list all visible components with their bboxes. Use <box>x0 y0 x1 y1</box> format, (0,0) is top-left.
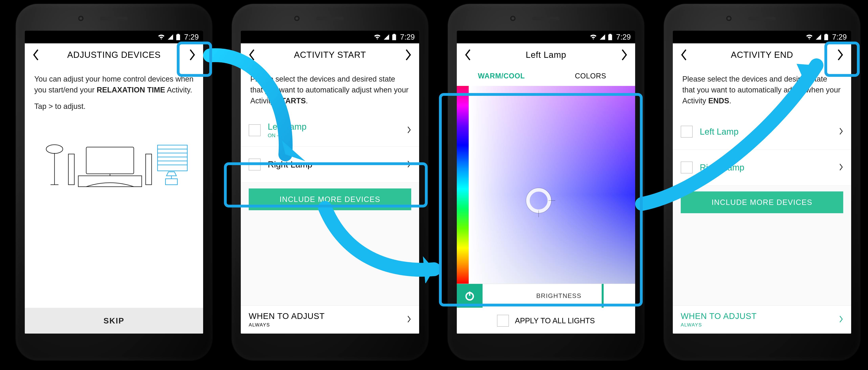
include-more-devices-button[interactable]: INCLUDE MORE DEVICES <box>249 189 411 210</box>
power-icon <box>464 290 475 301</box>
when-to-adjust-row[interactable]: WHEN TO ADJUST ALWAYS <box>673 305 851 334</box>
color-mode-tabs: WARM/COOL COLORS <box>457 66 635 86</box>
intro-bold: STARTS <box>276 97 306 105</box>
wta-sub: ALWAYS <box>249 322 406 328</box>
chevron-right-icon <box>188 49 196 61</box>
wta-sub: ALWAYS <box>681 322 838 328</box>
wifi-icon <box>374 34 381 40</box>
svg-rect-3 <box>86 147 134 174</box>
back-button[interactable] <box>675 45 693 64</box>
device-row-left-lamp[interactable]: Left Lamp ON – 80% <box>241 114 419 147</box>
device-row-right-lamp[interactable]: Right Lamp <box>673 150 851 186</box>
intro-bold: RELAXATION TIME <box>97 86 165 94</box>
screen-title: Left Lamp <box>477 50 614 60</box>
include-label: INCLUDE MORE DEVICES <box>712 198 812 207</box>
battery-icon <box>392 34 396 40</box>
tab-label: COLORS <box>575 72 606 80</box>
chevron-left-icon <box>680 49 688 61</box>
chevron-left-icon <box>248 49 256 61</box>
checkbox[interactable] <box>249 159 260 170</box>
checkbox[interactable] <box>249 124 260 136</box>
status-bar: 7:29 <box>673 31 851 43</box>
include-more-devices-button[interactable]: INCLUDE MORE DEVICES <box>681 192 843 213</box>
svg-rect-1 <box>68 154 74 185</box>
next-button[interactable] <box>614 45 633 64</box>
phone-1: 7:29 ADJUSTING DEVICES You can adjust yo… <box>16 4 212 360</box>
device-status: ON – 80% <box>268 132 406 139</box>
battery-icon <box>176 34 180 40</box>
chevron-right-icon <box>404 49 412 61</box>
intro-text: You can adjust your home control devices… <box>25 66 203 120</box>
signal-icon <box>599 34 606 40</box>
status-time: 7:29 <box>184 33 199 41</box>
svg-point-0 <box>46 145 63 154</box>
device-label: Right Lamp <box>700 163 838 172</box>
skip-label: SKIP <box>103 316 124 325</box>
intro-text: Please select the devices and desired st… <box>241 66 419 114</box>
apply-label: APPLY TO ALL LIGHTS <box>515 316 595 325</box>
checkbox[interactable] <box>681 162 693 173</box>
next-button[interactable] <box>398 45 417 64</box>
chevron-right-icon <box>838 126 843 137</box>
device-row-left-lamp[interactable]: Left Lamp <box>673 114 851 150</box>
chevron-right-icon <box>838 314 843 325</box>
intro-text: Please select the devices and desired st… <box>673 66 851 114</box>
back-button[interactable] <box>243 45 261 64</box>
saturation-value-area[interactable] <box>469 86 635 284</box>
phone-4: 7:29 ACTIVITY END Please select the devi… <box>664 4 860 360</box>
chevron-right-icon <box>620 49 628 61</box>
device-row-right-lamp[interactable]: Right Lamp <box>241 147 419 182</box>
intro-part-b: . <box>729 97 731 105</box>
chevron-right-icon <box>406 314 411 325</box>
tab-colors[interactable]: COLORS <box>546 66 635 86</box>
app-bar: Left Lamp <box>457 43 635 66</box>
brightness-handle[interactable] <box>602 284 603 308</box>
svg-rect-2 <box>146 154 152 185</box>
status-bar: 7:29 <box>241 31 419 43</box>
app-bar: ACTIVITY START <box>241 43 419 66</box>
brightness-slider[interactable]: BRIGHTNESS <box>483 284 635 308</box>
tab-warm-cool[interactable]: WARM/COOL <box>457 66 546 86</box>
screen-title: ACTIVITY START <box>261 50 398 60</box>
chevron-right-icon <box>406 125 411 136</box>
color-picker-panel[interactable] <box>457 86 635 284</box>
screen-title: ADJUSTING DEVICES <box>45 50 182 60</box>
checkbox[interactable] <box>497 315 509 327</box>
svg-rect-12 <box>165 179 177 185</box>
phone-3: 7:29 Left Lamp WARM/COOL COLORS <box>448 4 644 360</box>
brightness-bar: BRIGHTNESS <box>457 284 635 308</box>
device-label: Left Lamp <box>268 122 406 132</box>
signal-icon <box>383 34 390 40</box>
chevron-left-icon <box>464 49 472 61</box>
next-button[interactable] <box>182 45 201 64</box>
back-button[interactable] <box>459 45 477 64</box>
back-button[interactable] <box>27 45 45 64</box>
intro-bold: ENDS <box>708 97 729 105</box>
chevron-right-icon <box>838 162 843 173</box>
chevron-right-icon <box>836 49 844 61</box>
phone-2: 7:29 ACTIVITY START Please select the de… <box>232 4 428 360</box>
battery-icon <box>824 34 828 40</box>
status-time: 7:29 <box>400 33 415 41</box>
status-time: 7:29 <box>832 33 847 41</box>
intro-part-b: . <box>306 97 308 105</box>
signal-icon <box>167 34 174 40</box>
device-label: Right Lamp <box>268 160 406 169</box>
when-to-adjust-row[interactable]: WHEN TO ADJUST ALWAYS <box>241 305 419 334</box>
status-bar: 7:29 <box>457 31 635 43</box>
intro-part-a: Please select the devices and desired st… <box>682 75 840 105</box>
wta-title: WHEN TO ADJUST <box>249 311 406 321</box>
power-button[interactable] <box>457 284 483 308</box>
hue-slider[interactable] <box>457 86 469 284</box>
chevron-right-icon <box>406 159 411 170</box>
screen-title: ACTIVITY END <box>693 50 830 60</box>
battery-icon <box>608 34 612 40</box>
wifi-icon <box>590 34 597 40</box>
picker-handle[interactable] <box>526 188 551 213</box>
next-button[interactable] <box>830 45 849 64</box>
status-bar: 7:29 <box>25 31 203 43</box>
checkbox[interactable] <box>681 126 693 138</box>
skip-button[interactable]: SKIP <box>25 308 203 334</box>
apply-to-all-row[interactable]: APPLY TO ALL LIGHTS <box>457 308 635 334</box>
signal-icon <box>815 34 822 40</box>
